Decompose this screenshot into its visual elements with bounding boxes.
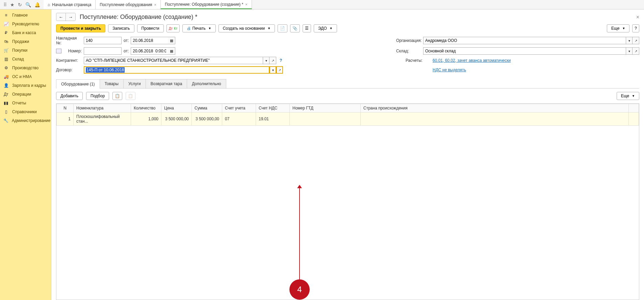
doc-type-icon[interactable] bbox=[56, 49, 61, 53]
vat-link[interactable]: НДС не выделять bbox=[433, 68, 466, 72]
print-label: Печать bbox=[192, 26, 205, 31]
sidebar-item-purchases[interactable]: 🛒Покупки bbox=[0, 46, 51, 55]
col-vat-account[interactable]: Счет НДС bbox=[256, 104, 290, 112]
calendar-icon[interactable]: ▦ bbox=[168, 37, 175, 44]
nav-forward-button[interactable]: → bbox=[66, 13, 75, 21]
dt-kt-button[interactable]: ДтКт bbox=[166, 24, 180, 32]
table-row[interactable]: 1 Плоскошлифовальный стан... 1,000 3 500… bbox=[57, 112, 639, 126]
cell-sum: 3 500 000,00 bbox=[192, 112, 222, 126]
col-gtd[interactable]: Номер ГТД bbox=[290, 104, 361, 112]
tab-home[interactable]: ⌂ Начальная страница bbox=[44, 0, 96, 9]
close-icon[interactable]: × bbox=[245, 2, 247, 6]
sidebar-item-assets[interactable]: 🚚ОС и НМА bbox=[0, 72, 51, 81]
sidebar-item-reports[interactable]: ▮▮Отчеты bbox=[0, 99, 51, 107]
counterparty-label: Контрагент: bbox=[56, 58, 82, 63]
col-sum[interactable]: Сумма bbox=[192, 104, 222, 112]
counterparty-input[interactable] bbox=[84, 57, 263, 64]
print-icon: 🖨 bbox=[187, 26, 191, 31]
save-button[interactable]: Записать bbox=[108, 24, 134, 32]
subtab-goods[interactable]: Товары bbox=[100, 79, 124, 88]
close-page-icon[interactable]: × bbox=[636, 14, 639, 20]
edo-label: ЭДО bbox=[318, 26, 327, 31]
close-icon[interactable]: × bbox=[154, 3, 156, 7]
sidebar-item-main[interactable]: ≡Главное bbox=[0, 11, 51, 20]
warehouse-input[interactable] bbox=[423, 47, 626, 55]
sidebar-label: ОС и НМА bbox=[12, 74, 32, 79]
sidebar-item-production[interactable]: ⚙Производство bbox=[0, 64, 51, 72]
sidebar-item-catalogs[interactable]: ▯Справочники bbox=[0, 107, 51, 116]
help-icon[interactable]: ? bbox=[278, 58, 283, 63]
edo-button[interactable]: ЭДО▼ bbox=[314, 24, 337, 32]
copy-button[interactable]: 📋 bbox=[112, 92, 122, 100]
list-button[interactable]: ☰ bbox=[303, 24, 311, 32]
more-button[interactable]: Еще▼ bbox=[607, 24, 629, 32]
number-input[interactable] bbox=[84, 47, 122, 55]
sidebar-item-admin[interactable]: 🔧Администрирование bbox=[0, 116, 51, 125]
open-icon[interactable]: ↗ bbox=[269, 57, 276, 64]
contract-input[interactable]: 145-П от 10.06.2018 bbox=[84, 66, 269, 74]
sidebar-label: Отчеты bbox=[12, 101, 26, 105]
sidebar-item-warehouse[interactable]: ▥Склад bbox=[0, 55, 51, 64]
sidebar-item-manager[interactable]: 📈Руководителю bbox=[0, 20, 51, 28]
cell-nomenclature: Плоскошлифовальный стан... bbox=[74, 112, 131, 126]
post-button[interactable]: Провести bbox=[137, 24, 164, 32]
ruble-icon: ₽ bbox=[3, 30, 9, 35]
dropdown-icon[interactable]: ▾ bbox=[269, 66, 276, 74]
settlements-link[interactable]: 60.01, 60.02, зачет аванса автоматически bbox=[433, 58, 511, 63]
from-label: от: bbox=[124, 38, 129, 43]
org-input[interactable] bbox=[423, 37, 626, 44]
apps-icon[interactable]: ⠿ bbox=[3, 2, 7, 7]
number-date-input[interactable] bbox=[131, 47, 168, 55]
search-icon[interactable]: 🔍 bbox=[25, 2, 31, 7]
col-n[interactable]: N bbox=[57, 104, 74, 112]
tab-equipment-receipt[interactable]: Поступление оборудования × bbox=[96, 0, 161, 9]
create-based-button[interactable]: Создать на основании▼ bbox=[218, 24, 275, 32]
sidebar-label: Продажи bbox=[12, 39, 29, 44]
sidebar-item-bank[interactable]: ₽Банк и касса bbox=[0, 28, 51, 37]
home-icon: ⌂ bbox=[48, 2, 50, 7]
from-label-2: от: bbox=[124, 49, 129, 53]
nav-back-button[interactable]: ← bbox=[56, 13, 66, 21]
star-icon[interactable]: ★ bbox=[10, 2, 15, 7]
tab-equipment-create[interactable]: Поступление: Оборудование (создание) * × bbox=[161, 0, 252, 9]
col-account[interactable]: Счет учета bbox=[222, 104, 256, 112]
dropdown-icon[interactable]: ▾ bbox=[263, 57, 269, 64]
subtab-additional[interactable]: Дополнительно bbox=[187, 79, 226, 88]
pick-button[interactable]: Подбор bbox=[86, 92, 109, 100]
tab-more-button[interactable]: Еще▼ bbox=[617, 92, 639, 100]
dropdown-icon[interactable]: ▾ bbox=[626, 37, 633, 44]
col-price[interactable]: Цена bbox=[161, 104, 192, 112]
page-title: Поступление: Оборудование (создание) * bbox=[80, 14, 197, 21]
open-icon[interactable]: ↗ bbox=[276, 66, 283, 74]
bell-icon[interactable]: 🔔 bbox=[34, 2, 40, 7]
invoice-date-input[interactable] bbox=[131, 37, 168, 44]
clip-button[interactable]: 📎 bbox=[290, 24, 300, 32]
add-button[interactable]: Добавить bbox=[56, 92, 83, 100]
sidebar-label: Производство bbox=[12, 66, 38, 70]
cell-qty: 1,000 bbox=[131, 112, 161, 126]
sidebar-label: Администрирование bbox=[12, 118, 50, 123]
post-and-close-button[interactable]: Провести и закрыть bbox=[56, 24, 105, 32]
open-icon[interactable]: ↗ bbox=[633, 47, 639, 55]
nav-arrows: ← → bbox=[56, 13, 76, 21]
calendar-icon[interactable]: ▦ bbox=[168, 47, 175, 55]
sidebar-item-hr[interactable]: 👤Зарплата и кадры bbox=[0, 81, 51, 90]
subtab-equipment[interactable]: Оборудование (1) bbox=[56, 79, 100, 89]
help-button[interactable]: ? bbox=[632, 24, 639, 32]
attach-button[interactable]: 📄 bbox=[278, 24, 287, 32]
sidebar-item-operations[interactable]: ДтОперации bbox=[0, 90, 51, 99]
history-icon[interactable]: ↻ bbox=[18, 2, 22, 7]
subtab-services[interactable]: Услуги bbox=[123, 79, 146, 88]
cell-price: 3 500 000,00 bbox=[161, 112, 192, 126]
col-country[interactable]: Страна происхождения bbox=[361, 104, 629, 112]
subtab-returnable[interactable]: Возвратная тара bbox=[146, 79, 187, 88]
open-icon[interactable]: ↗ bbox=[633, 37, 639, 44]
col-nomenclature[interactable]: Номенклатура bbox=[74, 104, 131, 112]
print-button[interactable]: 🖨Печать▼ bbox=[182, 24, 215, 32]
paste-button[interactable]: 📋 bbox=[126, 92, 135, 100]
dropdown-icon[interactable]: ▾ bbox=[626, 47, 633, 55]
sidebar-item-sales[interactable]: 🛍Продажи bbox=[0, 37, 51, 46]
col-qty[interactable]: Количество bbox=[131, 104, 161, 112]
book-icon: ▯ bbox=[3, 109, 9, 114]
invoice-number-input[interactable] bbox=[84, 37, 122, 44]
